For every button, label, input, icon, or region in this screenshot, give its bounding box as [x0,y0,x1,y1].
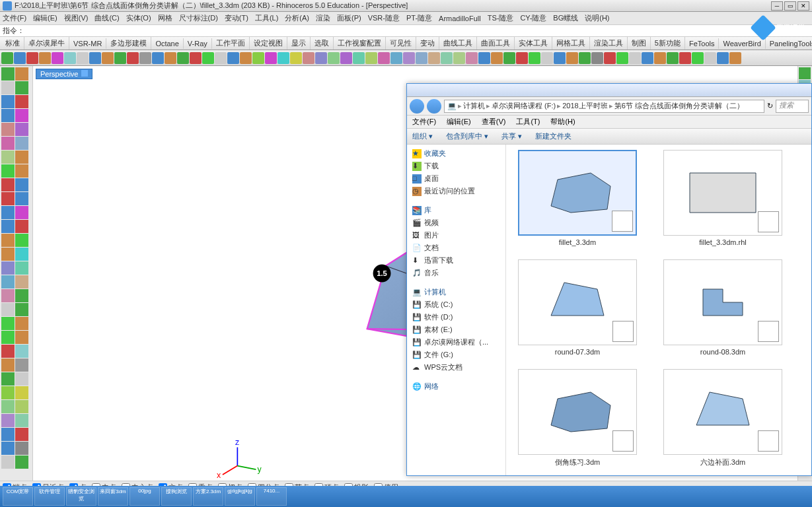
menu-item[interactable]: 尺寸标注(D) [179,13,218,23]
tool-icon[interactable] [15,442,28,455]
tree-drive-d[interactable]: 💾软件 (D:) [410,311,503,323]
tool-icon[interactable] [15,386,28,399]
tool-icon[interactable] [15,95,28,108]
toolbar-icon[interactable] [52,52,63,64]
tool-icon[interactable] [15,303,28,316]
toolbar-icon[interactable] [629,52,641,64]
left-toolbox[interactable] [0,66,33,481]
tool-icon[interactable] [1,317,15,330]
tool-icon[interactable] [15,123,28,136]
tool-icon[interactable] [1,151,15,164]
menu-item[interactable]: PT-随意 [406,13,432,23]
file-item[interactable]: 倒角练习.3dm [511,369,644,467]
menu-item[interactable]: 分析(A) [285,13,309,23]
file-item[interactable]: round-08.3dm [657,259,789,356]
tool-icon[interactable] [1,248,15,261]
tree-wps[interactable]: ☁WPS云文档 [410,361,503,374]
tool-icon[interactable] [15,178,28,191]
toolbar-icon[interactable] [729,52,741,64]
tree-music[interactable]: 🎵音乐 [410,267,503,279]
tree-downloads[interactable]: ⬇下载 [410,160,503,172]
toolbar-icon[interactable] [616,52,628,64]
toolbar-icon[interactable] [403,52,415,64]
tree-computer[interactable]: 💻计算机 [410,286,503,298]
tool-icon[interactable] [1,220,15,233]
tool-icon[interactable] [1,400,15,413]
tool-icon[interactable] [15,220,28,233]
search-input[interactable]: 搜索 [776,100,809,113]
toolbar-icon[interactable] [516,52,528,64]
toolbar-icon[interactable] [428,52,440,64]
tool-icon[interactable] [15,109,28,122]
toolbar-icon[interactable] [152,52,164,64]
toolbar-icon[interactable] [353,52,365,64]
toolbar-icon[interactable] [591,52,603,64]
tree-drive-f[interactable]: 💾卓尔谟网络课程（... [410,336,503,349]
tool-icon[interactable] [15,275,28,288]
taskbar-item[interactable]: 00jpg [129,487,160,506]
refresh-icon[interactable]: ↻ [767,102,773,110]
tree-drive-e[interactable]: 💾素材 (E:) [410,323,503,336]
toolbar-icon[interactable] [340,52,352,64]
toolbar-icon[interactable] [26,52,38,64]
menu-item[interactable]: 变动(T) [225,13,248,23]
tool-icon[interactable] [15,261,28,275]
taskbar-item[interactable]: 搜狗浏览 [161,487,192,506]
tool-icon[interactable] [1,67,15,81]
tab-item[interactable]: PanelingTools [766,38,812,49]
tab-item[interactable]: 选取 [311,37,334,50]
tool-icon[interactable] [1,192,15,205]
toolbar-icon[interactable] [328,52,340,64]
tool-icon[interactable] [1,206,15,219]
toolbar-icon[interactable] [390,52,402,64]
toolbar-icon[interactable] [114,52,126,64]
toolbar-icon[interactable] [290,52,302,64]
tool-icon[interactable] [15,317,28,330]
tree-network[interactable]: 🌐网络 [410,380,503,393]
tree-desktop[interactable]: □桌面 [410,172,503,185]
toolbar-icon[interactable] [378,52,390,64]
tool-icon[interactable] [15,137,28,150]
menu-item[interactable]: 文件(F) [3,13,26,23]
exp-menu-item[interactable]: 工具(T) [516,117,540,127]
tool-icon[interactable] [15,206,28,219]
menu-item[interactable]: 面板(P) [337,13,361,23]
exp-toolbar-item[interactable]: 共享 ▾ [501,131,522,141]
toolbar-icon[interactable] [252,52,264,64]
tool-icon[interactable] [1,275,15,288]
tree-libraries[interactable]: 📚库 [410,204,503,217]
tab-item[interactable]: 渲染工具 [590,37,628,50]
toolbar-icon[interactable] [554,52,566,64]
tool-icon[interactable] [15,358,28,372]
tab-item[interactable]: 工作视窗配置 [334,37,386,50]
exp-menu-item[interactable]: 文件(F) [412,117,436,127]
tool-icon[interactable] [1,331,15,344]
toolbar-icon[interactable] [14,52,26,64]
tool-icon[interactable] [15,372,28,386]
tree-pictures[interactable]: 🖼图片 [410,229,503,242]
tool-icon[interactable] [15,192,28,205]
tool-icon[interactable] [1,345,15,358]
toolbar-icon[interactable] [64,52,76,64]
tool-icon[interactable] [1,164,15,178]
tab-item[interactable]: 工作平面 [212,37,250,50]
breadcrumb[interactable]: 💻▸计算机▸卓尔谟网络课程 (F:)▸2018上平时班▸第6节 综合点线面体倒角… [444,100,764,113]
exp-toolbar-item[interactable]: 组织 ▾ [412,131,433,141]
exp-toolbar-item[interactable]: 包含到库中 ▾ [446,131,488,141]
panel-icon[interactable] [799,67,811,79]
toolbar-tabs[interactable]: 标准卓尔谟犀牛VSR-MR多边形建模OctaneV-Ray工作平面设定视图显示选… [0,37,812,50]
tab-item[interactable]: 制图 [628,37,651,50]
menu-item[interactable]: 曲线(C) [94,13,119,23]
tree-xunlei[interactable]: ⬇迅雷下载 [410,254,503,267]
menu-item[interactable]: 工具(L) [255,13,278,23]
tool-icon[interactable] [1,372,15,386]
tab-item[interactable]: 多边形建模 [106,37,151,50]
toolbar-icon[interactable] [265,52,277,64]
toolbar-icon[interactable] [679,52,691,64]
toolbar-icon[interactable] [39,52,51,64]
toolbar-icon[interactable] [102,52,114,64]
tab-item[interactable]: 可见性 [386,37,416,50]
tool-icon[interactable] [15,400,28,413]
breadcrumb-item[interactable]: 2018上平时班 [562,101,607,111]
tab-item[interactable]: 变动 [416,37,439,50]
